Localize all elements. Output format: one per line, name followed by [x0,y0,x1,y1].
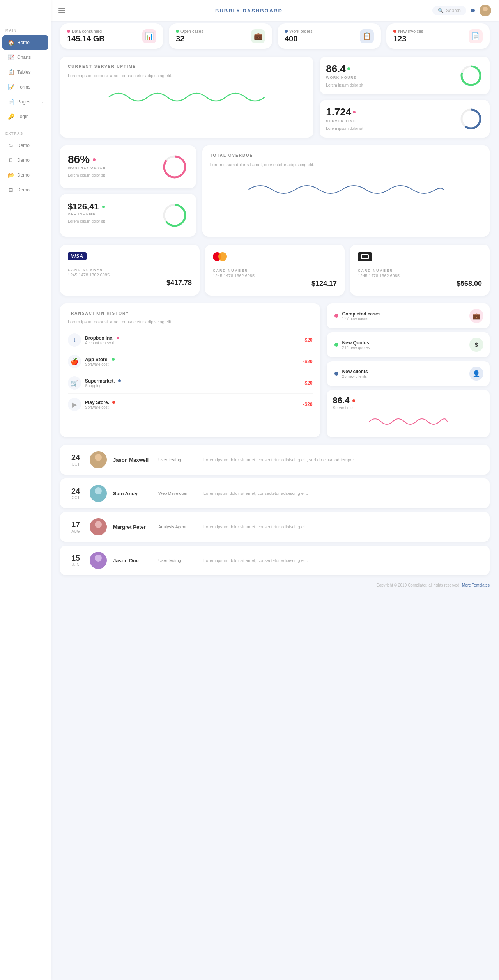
stat-card-value-new-invoices: 123 [393,34,423,43]
footer-link[interactable]: More Templates [462,583,490,587]
stat-card-new-invoices: New invoices 123 📄 [386,23,490,49]
sidebar-label-main: MAIN [0,21,51,35]
trans-name-0: Dropbox Inc. [85,335,299,341]
person-desc-3: Lorem ipsum dolor sit amet, consectetur … [203,558,482,563]
usage-label: MONTHLY USAGE [68,166,106,170]
stat-card-title-new-invoices: New invoices [393,29,423,34]
work-hours-label: WORK HOURS [326,76,363,80]
sidebar-item-home[interactable]: 🏠 Home [2,35,48,50]
svg-point-14 [95,521,102,528]
person-avatar-3 [90,552,107,569]
right-stat-sub-completed: 127 new cases [342,317,465,321]
person-role-1: Web Developer [158,491,197,496]
income-desc: Lorem ipsum dolor sit [68,219,105,224]
server-time-dot [353,111,356,113]
income-donut [161,202,188,229]
sidebar-item-forms[interactable]: 📝 Forms [2,80,48,94]
dot-blue-work [285,30,288,33]
hamburger-button[interactable] [58,8,65,13]
sidebar-label-demo2: Demo [17,158,30,163]
app-title: BUBBLY DASHBOARD [65,8,432,14]
sidebar-item-pages[interactable]: 📄 Pages › [2,95,48,109]
card-num-label-0: CARD NUMBER [68,268,192,272]
work-hours-donut [458,63,483,88]
usage-desc: Lorem ipsum dolor sit [68,173,106,178]
stat-card-value-work-orders: 400 [285,34,313,43]
charts-icon: 📈 [8,54,14,60]
tables-icon: 📋 [8,69,14,75]
server-time-label: SERVER TIME [326,119,363,123]
stat-card-data-consumed: Data consumed 145.14 GB 📊 [60,23,163,49]
avatar[interactable] [480,5,491,16]
sidebar-label-demo1: Demo [17,143,30,148]
trans-icon-2: 🛒 [68,376,81,390]
usage-value: 86% [68,153,90,166]
person-date-mon-2: AUG [71,529,80,533]
income-label: ALL INCOME [68,212,105,216]
usage-main: 86% MONTHLY USAGE Lorem ipsum dolor sit [68,153,106,178]
income-dot [102,206,105,208]
topbar-left [58,8,65,13]
sidebar-item-demo3[interactable]: 📂 Demo [2,168,48,182]
trans-info-2: Supermarket. Shopping [85,378,299,388]
demo3-icon: 📂 [8,172,14,178]
person-date-num-0: 24 [71,453,80,462]
person-avatar-2 [90,518,107,535]
stat-card-icon-open-cases: 💼 [251,29,265,43]
trans-info-3: Play Store. Software cost [85,400,299,409]
person-date-0: 24 OCT [68,453,83,466]
stat-card-info-new-invoices: New invoices 123 [393,29,423,43]
trans-name-1: App Store. [85,357,299,362]
person-role-3: User testing [158,558,197,563]
sidebar-item-charts[interactable]: 📈 Charts [2,50,48,64]
person-date-mon-3: JUN [72,563,79,567]
right-stat-sub-quotes: 214 new quotes [342,346,465,350]
all-income-card: $126,41 ALL INCOME Lorem ipsum dolor sit [60,194,196,237]
work-hours-main: 86.4 WORK HOURS Lorem ipsum dolor sit [326,63,363,88]
stat-card-title-data-consumed: Data consumed [67,29,105,34]
income-main: $126,41 ALL INCOME Lorem ipsum dolor sit [68,202,105,224]
uptime-row: CURRENT SERVER UPTIME Lorem ipsum dolor … [60,57,490,138]
search-placeholder: Search [446,8,461,13]
sidebar-item-demo2[interactable]: 🖥 Demo [2,153,48,167]
stat-card-title-open-cases: Open cases [176,29,203,34]
sidebar-label-demo3: Demo [17,172,30,178]
trans-title: TRANSACTION HISTORY [68,311,313,315]
forms-icon: 📝 [8,84,14,90]
server-time-desc: Lorem ipsum dolor sit [326,126,363,131]
right-stat-title-clients: New clients [342,369,465,374]
trans-sub-3: Software cost [85,405,299,409]
bank-logo [358,252,482,261]
trans-item-1: 🍎 App Store. Software cost -$20 [68,351,313,372]
visa-logo: VISA [68,252,192,260]
stat-card-icon-new-invoices: 📄 [469,29,483,43]
person-role-2: Analysis Agent [158,525,197,529]
total-overdue-card: TOTAL OVERDUE Lorem ipsum dolor sit amet… [202,145,490,237]
sidebar-section-main: MAIN 🏠 Home 📈 Charts 📋 Tables 📝 Forms 📄 … [0,21,51,124]
demo4-icon: ⊞ [8,187,14,193]
person-avatar-0 [90,451,107,468]
sidebar-item-login[interactable]: 🔑 Login [2,110,48,124]
clients-dot [334,372,338,376]
person-row-0: 24 OCT Jason Maxwell User testing Lorem … [60,445,490,475]
sidebar-item-tables[interactable]: 📋 Tables [2,65,48,79]
sidebar-section-extras: EXTRAS 🗂 Demo 🖥 Demo 📂 Demo ⊞ Demo [0,124,51,197]
sidebar-item-demo1[interactable]: 🗂 Demo [2,138,48,152]
sidebar-label-login: Login [17,114,28,119]
demo2-icon: 🖥 [8,157,14,163]
right-stat-info-clients: New clients 25 new clients [342,369,465,379]
sidebar: MAIN 🏠 Home 📈 Charts 📋 Tables 📝 Forms 📄 … [0,0,51,980]
uptime-card: CURRENT SERVER UPTIME Lorem ipsum dolor … [60,57,313,138]
dot-1 [112,358,115,361]
server-time-metric-card: 1.724 SERVER TIME Lorem ipsum dolor sit [320,100,490,138]
sidebar-label-charts: Charts [17,55,31,60]
usage-row: 86% MONTHLY USAGE Lorem ipsum dolor sit [60,145,490,237]
trans-amount-1: -$20 [303,359,313,364]
search-box[interactable]: 🔍 Search [432,6,466,15]
right-stat-icon-completed: 💼 [469,309,483,323]
notification-icon[interactable] [471,9,475,12]
trans-info-0: Dropbox Inc. Account renewal [85,335,299,345]
sidebar-item-demo4[interactable]: ⊞ Demo [2,183,48,197]
chevron-right-icon: › [42,100,43,104]
person-name-2: Margret Peter [113,524,152,530]
